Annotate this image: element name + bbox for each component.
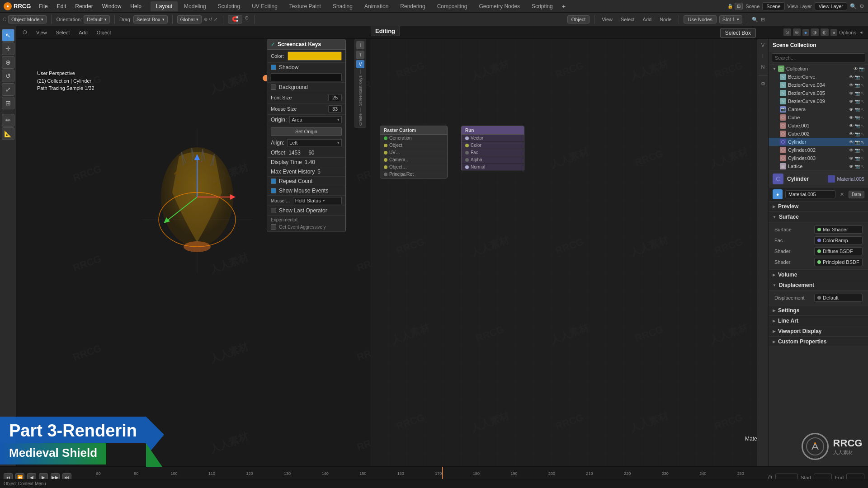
prop-shader1-value[interactable]: Diffuse BSDF bbox=[814, 247, 863, 255]
tree-item-lattice[interactable]: ⊞ Lattice 👁 📷 ↖ bbox=[769, 162, 868, 170]
sel-bezier1[interactable]: ↖ bbox=[861, 75, 864, 80]
viewport-object-btn[interactable]: ⬡ bbox=[20, 28, 30, 36]
search-icon[interactable]: 🔍 bbox=[850, 3, 857, 9]
tool-scale[interactable]: ⤢ bbox=[2, 83, 14, 96]
vis-eye[interactable]: 👁 bbox=[854, 66, 858, 71]
sel-bezier4[interactable]: ↖ bbox=[861, 99, 864, 104]
cam-cube001[interactable]: 📷 bbox=[854, 123, 860, 128]
cam-cube[interactable]: 📷 bbox=[854, 115, 860, 120]
menu-help[interactable]: Help bbox=[126, 1, 146, 11]
menu-file[interactable]: File bbox=[34, 1, 52, 11]
cam-cube002[interactable]: 📷 bbox=[854, 131, 860, 136]
sc-align-dropdown[interactable]: Left ▾ bbox=[287, 139, 342, 146]
sel-bezier3[interactable]: ↖ bbox=[861, 91, 864, 96]
workspace-shading[interactable]: Shading bbox=[327, 1, 358, 11]
prop-surface-value[interactable]: Mix Shader bbox=[814, 225, 863, 234]
screencast-label[interactable]: Screencast Keys bbox=[358, 75, 363, 106]
cam-bezier1[interactable]: 📷 bbox=[854, 75, 860, 80]
sc-repeat-check[interactable] bbox=[271, 178, 276, 184]
tool-select[interactable]: ↖ bbox=[2, 29, 14, 42]
vis-render[interactable]: 📷 bbox=[859, 66, 864, 71]
mode-dropdown[interactable]: Object Mode bbox=[8, 15, 47, 23]
viewport-expand-icon[interactable]: ◂ bbox=[858, 29, 864, 35]
drag-dropdown[interactable]: Select Box bbox=[133, 15, 168, 23]
section-settings[interactable]: ▶ Settings bbox=[769, 305, 868, 316]
add-btn[interactable]: Add bbox=[640, 16, 655, 23]
sel-lattice[interactable]: ↖ bbox=[861, 164, 864, 169]
sel-cube001[interactable]: ↖ bbox=[861, 123, 864, 128]
viewport-add-btn[interactable]: Add bbox=[76, 29, 90, 36]
eye-cylinder002[interactable]: 👁 bbox=[849, 148, 854, 153]
tree-item-cylinder003[interactable]: ⬡ Cylinder.003 👁 📷 ↖ bbox=[769, 154, 868, 162]
menu-render[interactable]: Render bbox=[71, 1, 97, 11]
sc-offset-y[interactable]: 60 bbox=[308, 150, 320, 156]
snap-btn[interactable]: 🧲 bbox=[228, 15, 242, 23]
sc-offset-x[interactable]: 1453 bbox=[288, 150, 307, 156]
sel-cylinder002[interactable]: ↖ bbox=[861, 148, 864, 153]
sc-display-val[interactable]: 1.40 bbox=[305, 159, 315, 165]
section-surface[interactable]: ▼ Surface bbox=[769, 212, 868, 222]
prop-shader2-value[interactable]: Principled BSDF bbox=[814, 258, 863, 266]
view-btn2[interactable]: V bbox=[356, 60, 364, 68]
cam-bezier2[interactable]: 📷 bbox=[854, 83, 860, 88]
view-btn[interactable]: View bbox=[599, 16, 615, 23]
viewport-shading-solid[interactable]: ◑ bbox=[811, 28, 819, 36]
eye-cylinder003[interactable]: 👁 bbox=[849, 156, 854, 161]
sc-color-swatch[interactable] bbox=[288, 52, 342, 61]
cam-cylinder003[interactable]: 📷 bbox=[854, 156, 860, 161]
material-icon-btn[interactable]: ● bbox=[773, 189, 783, 199]
sc-showlast-check[interactable] bbox=[271, 208, 276, 213]
workspace-scripting[interactable]: Scripting bbox=[526, 1, 558, 11]
sc-showmouse-check[interactable] bbox=[271, 188, 276, 193]
orientation-dropdown[interactable]: Default bbox=[84, 15, 110, 23]
tree-item-bezier4[interactable]: ∿ BezierCurve.009 👁 📷 ↖ bbox=[769, 97, 868, 105]
tree-item-cylinder[interactable]: ⬡ Cylinder 👁 📷 ↖ bbox=[769, 138, 868, 146]
use-nodes-btn[interactable]: Use Nodes bbox=[684, 15, 716, 23]
sc-shadow-check[interactable] bbox=[271, 65, 276, 70]
tool-rotate[interactable]: ↺ bbox=[2, 70, 14, 82]
workspace-modeling[interactable]: Modeling bbox=[179, 1, 212, 11]
prop-fac-value[interactable]: ColorRamp bbox=[814, 236, 863, 244]
eye-cylinder[interactable]: 👁 bbox=[849, 140, 854, 145]
menu-edit[interactable]: Edit bbox=[52, 1, 71, 11]
tool-move[interactable]: ⊕ bbox=[2, 56, 14, 69]
workspace-uv-editing[interactable]: UV Editing bbox=[246, 1, 283, 11]
tree-item-cube[interactable]: ⬡ Cube 👁 📷 ↖ bbox=[769, 113, 868, 122]
material-name-field[interactable]: Material.005 bbox=[785, 190, 835, 198]
node-filter-icon[interactable]: ⊞ bbox=[761, 17, 765, 23]
cam-lattice[interactable]: 📷 bbox=[854, 164, 860, 169]
sel-bezier2[interactable]: ↖ bbox=[861, 83, 864, 88]
workspace-geometry-nodes[interactable]: Geometry Nodes bbox=[473, 1, 525, 11]
tree-item-camera[interactable]: 📷 Camera 👁 📷 ↖ bbox=[769, 105, 868, 113]
viewport-shading-render[interactable]: ● bbox=[830, 29, 837, 36]
sel-cube[interactable]: ↖ bbox=[861, 115, 864, 120]
section-custom-props[interactable]: ▶ Custom Properties bbox=[769, 337, 868, 347]
slot-dropdown[interactable]: Slot 1 bbox=[719, 15, 742, 23]
cam-camera[interactable]: 📷 bbox=[854, 107, 860, 112]
sel-cube002[interactable]: ↖ bbox=[861, 131, 864, 136]
sel-cylinder003[interactable]: ↖ bbox=[861, 156, 864, 161]
viewport-object-btn2[interactable]: Object bbox=[94, 29, 114, 36]
menu-window[interactable]: Window bbox=[98, 1, 126, 11]
sc-bg-check[interactable] bbox=[271, 84, 276, 90]
sc-maxev-val[interactable]: 5 bbox=[317, 169, 321, 175]
cam-cylinder002[interactable]: 📷 bbox=[854, 148, 860, 153]
create-label[interactable]: Create bbox=[358, 113, 363, 126]
node-search-icon[interactable]: 🔍 bbox=[752, 17, 758, 23]
sel-cylinder[interactable]: ↖ bbox=[861, 140, 864, 145]
tool-annotate[interactable]: ✏ bbox=[2, 114, 14, 127]
viewport-mode-icon[interactable]: ● bbox=[802, 29, 809, 36]
viewport-gizmo-icon[interactable]: ⊕ bbox=[793, 28, 801, 36]
prop-disp-value[interactable]: Default bbox=[814, 294, 863, 302]
transform-dropdown[interactable]: Global bbox=[177, 15, 202, 23]
eye-bezier3[interactable]: 👁 bbox=[849, 91, 854, 96]
sc-checkbox[interactable]: ✓ bbox=[271, 42, 275, 47]
proportional-icon[interactable]: ⊙ bbox=[244, 15, 250, 23]
side-icon-options[interactable]: ⚙ bbox=[759, 79, 768, 88]
props-search-input[interactable] bbox=[772, 53, 865, 62]
material-del-btn[interactable]: ✕ bbox=[838, 192, 846, 197]
side-icon-node-wrangler[interactable]: N bbox=[759, 62, 768, 71]
cam-bezier4[interactable]: 📷 bbox=[854, 99, 860, 104]
viewport-view-btn[interactable]: View bbox=[33, 29, 50, 36]
tree-item-bezier3[interactable]: ∿ BezierCurve.005 👁 📷 ↖ bbox=[769, 89, 868, 97]
